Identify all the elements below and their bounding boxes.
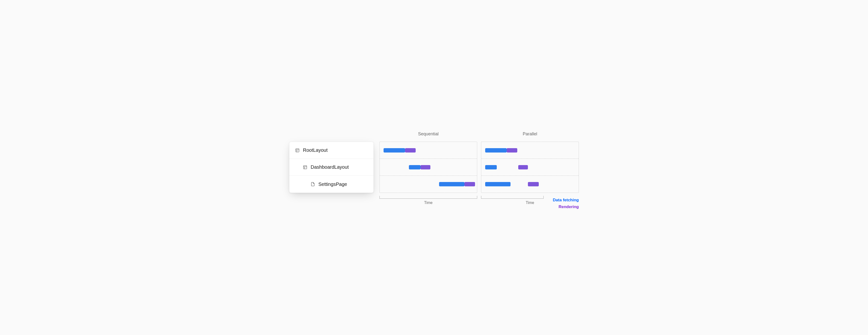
chart-row (380, 142, 477, 159)
tree-row-label: RootLayout (303, 147, 328, 153)
bar-rendering (528, 182, 538, 186)
tree-row-label: DashboardLayout (311, 164, 349, 170)
time-label: Time (526, 201, 534, 205)
bar-rendering (464, 182, 475, 186)
file-icon (311, 182, 315, 186)
component-tree-card: RootLayout DashboardLayout SettingsPage (289, 142, 374, 193)
legend-data-fetching: Data fetching (553, 198, 579, 202)
chart-parallel: Parallel (481, 130, 579, 205)
charts-area: Sequential (379, 130, 579, 205)
legend: Data fetching Rendering (553, 198, 579, 209)
chart-grid-sequential (379, 142, 477, 193)
tree-row-root-layout: RootLayout (289, 142, 373, 159)
bar-data-fetching (485, 165, 497, 169)
bar-rendering (405, 148, 416, 152)
time-bracket (379, 196, 477, 199)
tree-row-settings-page: SettingsPage (289, 176, 373, 193)
tree-row-label: SettingsPage (318, 182, 347, 187)
time-bracket (481, 196, 544, 199)
bar-data-fetching (383, 148, 405, 152)
chart-row (481, 142, 579, 159)
bar-data-fetching (485, 148, 507, 152)
chart-row (380, 176, 477, 193)
chart-row (380, 159, 477, 176)
chart-sequential: Sequential (379, 130, 477, 205)
layout-icon (303, 165, 307, 169)
chart-row (481, 159, 579, 176)
chart-row (481, 176, 579, 193)
diagram-canvas: RootLayout DashboardLayout SettingsPage (289, 130, 579, 205)
bar-rendering (518, 165, 528, 169)
bar-data-fetching (409, 165, 421, 169)
chart-grid-parallel (481, 142, 579, 193)
layout-icon (295, 148, 300, 152)
svg-rect-0 (296, 149, 299, 152)
chart-title: Parallel (481, 130, 579, 142)
bar-rendering (507, 148, 517, 152)
time-label: Time (424, 201, 433, 205)
chart-title: Sequential (379, 130, 477, 142)
svg-rect-3 (303, 166, 307, 169)
tree-row-dashboard-layout: DashboardLayout (289, 159, 373, 176)
bar-data-fetching (485, 182, 510, 186)
columns: RootLayout DashboardLayout SettingsPage (289, 130, 579, 205)
bar-rendering (421, 165, 430, 169)
legend-rendering: Rendering (553, 204, 579, 209)
time-axis: Time (379, 196, 477, 205)
bar-data-fetching (439, 182, 464, 186)
